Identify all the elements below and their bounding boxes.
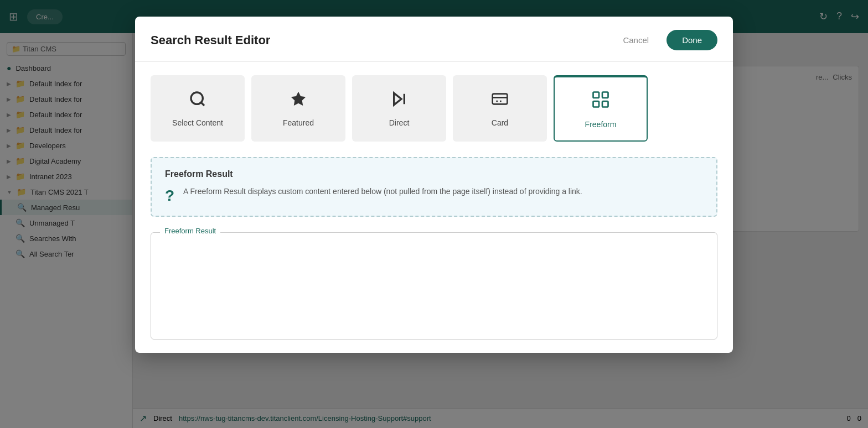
svg-rect-10: [602, 92, 608, 98]
tab-card-label: Card: [492, 118, 508, 127]
search-tab-icon: [189, 90, 206, 112]
tab-featured[interactable]: Featured: [251, 75, 345, 142]
done-button[interactable]: Done: [666, 30, 717, 50]
svg-rect-9: [593, 92, 600, 98]
info-box-title: Freeform Result: [165, 169, 703, 179]
info-box-content: ? A Freeform Result displays custom cont…: [165, 186, 703, 205]
info-box-description: A Freeform Result displays custom conten…: [183, 186, 582, 197]
star-tab-icon: [290, 90, 307, 112]
modal-body: Select Content Featured: [135, 62, 733, 353]
svg-marker-3: [394, 93, 401, 105]
modal-header-actions: Cancel Done: [614, 30, 717, 50]
svg-rect-11: [593, 101, 600, 107]
tab-select-content[interactable]: Select Content: [151, 75, 245, 142]
modal-header: Search Result Editor Cancel Done: [135, 17, 733, 62]
tab-freeform[interactable]: Freeform: [554, 75, 648, 142]
svg-marker-2: [291, 91, 306, 105]
direct-tab-icon: [390, 90, 408, 112]
tab-select-content-label: Select Content: [172, 118, 223, 127]
tab-featured-label: Featured: [283, 118, 314, 127]
question-mark-icon: ?: [165, 187, 174, 205]
card-tab-icon: [491, 90, 509, 112]
tab-freeform-label: Freeform: [585, 120, 617, 129]
modal-title: Search Result Editor: [151, 33, 270, 48]
tab-row: Select Content Featured: [151, 75, 717, 142]
freeform-textarea[interactable]: [151, 237, 717, 337]
svg-rect-12: [602, 101, 608, 107]
fieldset-legend: Freeform Result: [160, 227, 220, 235]
modal-overlay: Search Result Editor Cancel Done Select …: [0, 0, 868, 428]
tab-card[interactable]: Card: [453, 75, 547, 142]
freeform-result-fieldset: Freeform Result: [151, 232, 717, 340]
freeform-info-box: Freeform Result ? A Freeform Result disp…: [151, 157, 717, 217]
cancel-button[interactable]: Cancel: [614, 31, 658, 49]
svg-line-1: [201, 102, 204, 106]
svg-rect-5: [493, 93, 508, 104]
freeform-tab-icon: [591, 90, 611, 113]
svg-point-0: [191, 92, 203, 104]
modal-dialog: Search Result Editor Cancel Done Select …: [135, 17, 733, 353]
tab-direct-label: Direct: [389, 118, 410, 127]
tab-direct[interactable]: Direct: [352, 75, 446, 142]
